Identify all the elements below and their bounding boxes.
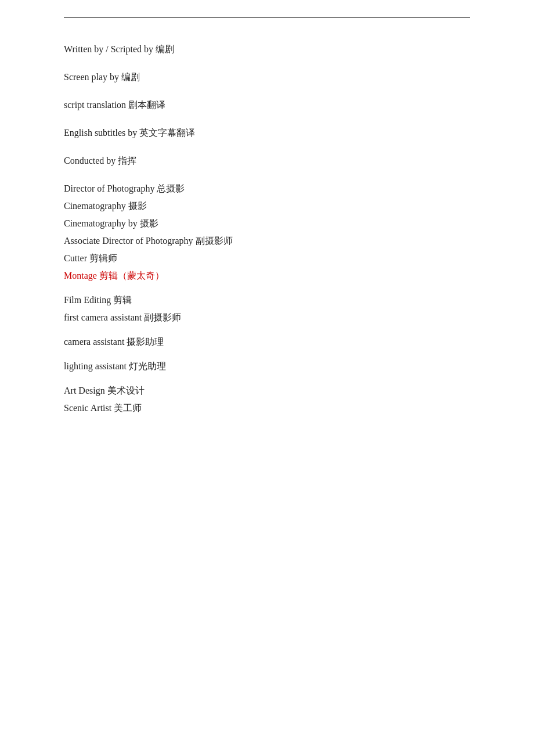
line-written-by: Written by / Scripted by 编剧 (64, 34, 470, 64)
line-cinematography-by: Cinematography by 摄影 (64, 214, 470, 232)
page-container: Written by / Scripted by 编剧Screen play b… (0, 0, 534, 756)
line-director-photography: Director of Photography 总摄影 (64, 179, 470, 197)
line-screen-play: Screen play by 编剧 (64, 64, 470, 92)
line-english-subtitles: English subtitles by 英文字幕翻译 (64, 120, 470, 148)
line-camera-assistant: camera assistant 摄影助理 (64, 333, 470, 357)
line-scenic-artist: Scenic Artist 美工师 (64, 399, 470, 438)
line-montage: Montage 剪辑（蒙太奇） (64, 267, 470, 291)
line-film-editing: Film Editing 剪辑 (64, 291, 470, 308)
content-lines: Written by / Scripted by 编剧Screen play b… (64, 34, 470, 438)
line-associate-director: Associate Director of Photography 副摄影师 (64, 232, 470, 249)
line-conducted-by: Conducted by 指挥 (64, 148, 470, 179)
line-lighting-assistant: lighting assistant 灯光助理 (64, 357, 470, 381)
line-cutter: Cutter 剪辑师 (64, 249, 470, 267)
top-divider (64, 17, 470, 18)
line-first-camera-assistant: first camera assistant 副摄影师 (64, 308, 470, 333)
line-art-design: Art Design 美术设计 (64, 381, 470, 399)
line-cinematography: Cinematography 摄影 (64, 197, 470, 214)
line-script-translation: script translation 剧本翻译 (64, 92, 470, 120)
